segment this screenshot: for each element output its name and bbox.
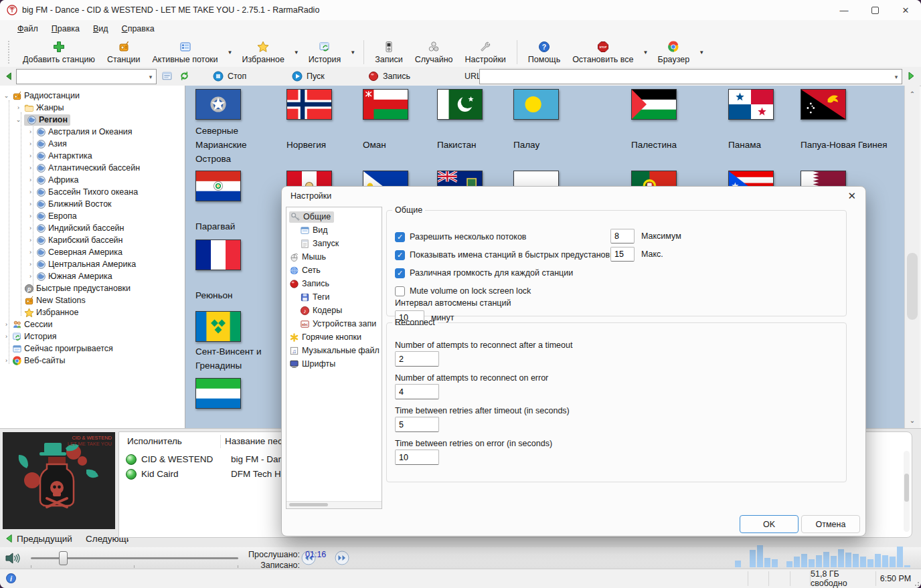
chevron-right-icon[interactable]: › [27, 261, 34, 268]
number-field[interactable] [610, 229, 635, 243]
refresh-button[interactable] [177, 69, 191, 83]
url-input[interactable] [480, 70, 891, 84]
chevron-right-icon[interactable]: › [27, 249, 34, 256]
chevron-down-icon[interactable]: ▾ [891, 74, 902, 80]
settings-tree-item-general[interactable]: Общие [289, 210, 334, 223]
chevron-right-icon[interactable]: › [27, 273, 34, 280]
chevron-right-icon[interactable]: › [3, 357, 10, 364]
chevron-right-icon[interactable]: › [27, 165, 34, 171]
stop-all-button[interactable]: STOPОстановить все [566, 37, 639, 67]
settings-tree-item-coders[interactable]: ♪Кодеры [300, 304, 342, 317]
scroll-up-icon[interactable]: ⌃ [905, 87, 920, 100]
reconnect-field[interactable] [395, 417, 439, 432]
sidebar-item-europe[interactable]: ›Европа [27, 210, 77, 222]
active-streams-dropdown[interactable]: ▼ [224, 50, 236, 56]
sidebar-item-now-playing[interactable]: Сейчас проигрывается [3, 342, 113, 355]
history-dropdown[interactable]: ▼ [347, 50, 359, 56]
sidebar-item-sessions[interactable]: ›Сессии [3, 318, 52, 330]
checkbox[interactable]: ✓ [395, 250, 405, 260]
chevron-right-icon[interactable]: › [27, 213, 34, 219]
settings-tree-item-startup[interactable]: Запуск [300, 237, 339, 250]
settings-tree-item-fonts[interactable]: Шрифты [289, 357, 335, 371]
chevron-down-icon[interactable]: ⌄ [3, 92, 10, 99]
sidebar-item-central-america[interactable]: ›Центральная Америка [27, 258, 136, 270]
record-button[interactable]: > Запись [368, 68, 410, 84]
settings-tree-item-hotkeys[interactable]: Горячие кнопки [289, 330, 361, 344]
sidebar-item-antarctica[interactable]: ›Антарктика [27, 150, 92, 162]
settings-tree-item-view[interactable]: Вид [300, 223, 328, 237]
stations-scrollbar[interactable]: ⌃ ⌄ [904, 86, 920, 428]
chevron-down-icon[interactable]: ⌄ [15, 116, 22, 123]
sidebar-item-region[interactable]: ⌄Регион [15, 114, 70, 126]
close-button[interactable]: ✕ [890, 0, 921, 20]
sidebar-item-websites[interactable]: ›Веб-сайты [3, 355, 65, 367]
settings-tree-item-network[interactable]: Сеть [289, 264, 321, 277]
checkbox[interactable]: ✓ [395, 232, 405, 242]
sidebar-item-middle-east[interactable]: ›Ближний Восток [27, 198, 112, 210]
settings-tree-item-music-files[interactable]: ♫Музыкальные файл [289, 344, 380, 357]
history-button[interactable]: История [303, 37, 347, 67]
scroll-down-icon[interactable]: ⌄ [905, 413, 920, 427]
station-list-button[interactable] [159, 69, 174, 83]
settings-tree-item-mouse[interactable]: Мышь [289, 250, 326, 264]
chevron-right-icon[interactable]: › [27, 237, 34, 243]
ok-button[interactable]: OK [740, 515, 799, 533]
resize-grip[interactable] [913, 580, 920, 587]
cancel-button[interactable]: Отмена [801, 515, 860, 533]
settings-tree-item-tags[interactable]: Теги [300, 290, 329, 304]
sidebar-item-south-america[interactable]: ›Южная Америка [27, 270, 112, 282]
chevron-right-icon[interactable]: › [27, 128, 34, 135]
sidebar-item-asia[interactable]: ›Азия [27, 138, 67, 150]
chevron-right-icon[interactable]: › [27, 225, 34, 231]
sidebar-item-caribbean[interactable]: ›Карибский бассейн [27, 234, 123, 246]
forward-button[interactable] [335, 551, 349, 565]
favorites-button[interactable]: Избранное [236, 37, 290, 67]
favorites-dropdown[interactable]: ▼ [290, 50, 303, 56]
checkbox[interactable] [395, 286, 405, 296]
active-streams-button[interactable]: Активные потоки [147, 37, 224, 67]
sidebar-item-quick-presets[interactable]: pБыстрые предустановки [15, 282, 131, 294]
sidebar-item-africa[interactable]: ›Африка [27, 174, 78, 186]
sidebar-item-pacific[interactable]: ›Бассейн Тихого океана [27, 186, 138, 198]
maximize-button[interactable] [859, 0, 890, 20]
help-button[interactable]: ?Помощь [522, 37, 566, 67]
menu-правка[interactable]: Правка [45, 22, 86, 35]
sidebar-item-north-america[interactable]: ›Северная Америка [27, 246, 122, 258]
sidebar-item-genres[interactable]: ›Жанры [15, 102, 64, 114]
sidebar-item-favorites[interactable]: Избранное [15, 306, 78, 318]
chevron-right-icon[interactable]: › [27, 201, 34, 207]
chevron-right-icon[interactable]: › [3, 333, 10, 340]
sidebar-item-new-stations[interactable]: New Stations [15, 294, 86, 306]
settings-button[interactable]: Настройки [459, 37, 512, 67]
stop-all-dropdown[interactable]: ▼ [640, 50, 652, 56]
reconnect-field[interactable] [395, 384, 439, 399]
chevron-right-icon[interactable]: › [27, 153, 34, 159]
browser-dropdown[interactable]: ▼ [695, 50, 707, 56]
stop-button[interactable]: > Стоп [213, 68, 246, 84]
scrollbar-thumb[interactable] [289, 503, 328, 506]
checkbox[interactable]: ✓ [395, 268, 405, 278]
sidebar-item-radiostations[interactable]: ⌄Радиостанции [3, 90, 80, 102]
browser-button[interactable]: Браузер [651, 37, 695, 67]
menu-вид[interactable]: Вид [86, 22, 115, 35]
reconnect-field[interactable] [395, 450, 439, 465]
scrollbar-thumb[interactable] [904, 474, 909, 502]
sidebar-item-australia-oceania[interactable]: ›Австралия и Океания [27, 126, 133, 138]
dialog-close-icon[interactable]: ✕ [847, 190, 856, 202]
chevron-right-icon[interactable]: › [15, 104, 22, 111]
scrollbar-thumb[interactable] [907, 253, 918, 320]
station-combo[interactable]: ▾ [16, 69, 157, 84]
chevron-right-icon[interactable]: › [27, 177, 34, 183]
chevron-right-icon[interactable]: › [3, 321, 10, 328]
station-combo-input[interactable] [17, 70, 145, 84]
add-station-button[interactable]: Добавить станцию [17, 37, 101, 67]
number-field[interactable] [610, 247, 635, 262]
recordings-button[interactable]: Записи [369, 37, 409, 67]
settings-tree-hscrollbar[interactable] [286, 501, 382, 508]
menu-файл[interactable]: Файл [11, 22, 45, 35]
previous-button[interactable]: Предыдущий [1, 530, 79, 547]
chevron-right-icon[interactable]: › [27, 140, 34, 147]
menu-справка[interactable]: Справка [115, 22, 161, 35]
play-button[interactable]: > Пуск [292, 68, 325, 84]
url-combo[interactable]: ▾ [479, 69, 902, 84]
